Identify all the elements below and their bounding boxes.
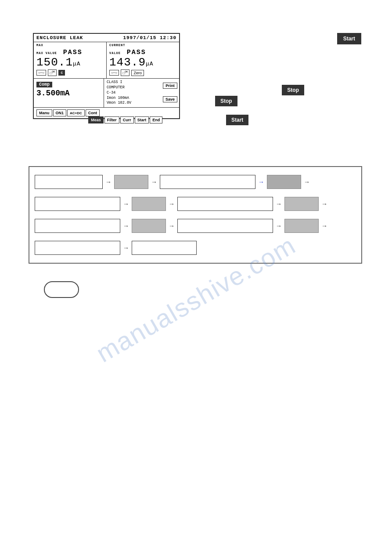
- max-icon1: ○─○: [36, 70, 46, 76]
- flow-box-2-1: [35, 197, 120, 211]
- flow-arrow-2-3: →: [276, 200, 282, 207]
- curr-icon2: □OK: [121, 69, 129, 76]
- panel-header: ENCLOSURE LEAK 1997/01/15 12:30: [34, 34, 179, 42]
- current-unit: μA: [146, 61, 154, 67]
- max-pass: PASS: [63, 49, 83, 56]
- flow-arrow-4-1: →: [123, 244, 129, 251]
- start-button-panel[interactable]: Start: [135, 116, 149, 123]
- panel-datetime: 1997/01/15 12:30: [123, 35, 176, 40]
- flow-box-1-2: [114, 175, 148, 189]
- stop-button-mid[interactable]: Stop: [215, 96, 237, 106]
- flow-box-1-1: [35, 175, 103, 189]
- flow-box-3-4: [284, 219, 319, 233]
- max-icon2: □OK: [48, 69, 57, 76]
- right-side-buttons: Print Save: [161, 79, 179, 107]
- current-reading: 143.9μA: [109, 56, 176, 69]
- flow-row-3: → → → →: [35, 219, 356, 233]
- max-value-label: MAXMAX VALUE PASS: [36, 44, 104, 56]
- flow-arrow-3-2: →: [169, 222, 175, 229]
- curr-button[interactable]: Curr: [120, 116, 134, 123]
- flow-arrow-1-4: →: [304, 178, 310, 185]
- flow-box-3-3: [177, 219, 273, 233]
- flow-arrow-3-4: →: [321, 222, 327, 229]
- flow-box-3-1: [35, 219, 120, 233]
- flow-box-1-3: [160, 175, 255, 189]
- panel-comp-row: Comp 3.500mA CLASS I COMPUTER C-34 Imon …: [34, 79, 179, 108]
- flow-row-2: → → → →: [35, 197, 356, 211]
- flow-arrow-2-4: →: [321, 200, 327, 207]
- curr-icon1: ○─○: [109, 70, 119, 76]
- flow-box-4-1: [35, 241, 120, 255]
- max-unit: μA: [73, 61, 81, 67]
- start-button-top[interactable]: Start: [337, 33, 361, 44]
- flow-arrow-3-3: →: [276, 222, 282, 229]
- max-reading: 150.1μA: [36, 56, 104, 69]
- flow-box-4-2: [132, 241, 197, 255]
- flow-box-2-2: [132, 197, 166, 211]
- flow-row-1: → → → →: [35, 175, 356, 189]
- panel-title: ENCLOSURE LEAK: [36, 35, 83, 40]
- manu-button[interactable]: Manu: [36, 109, 52, 116]
- flow-arrow-1-2: →: [151, 178, 157, 185]
- flow-box-3-2: [132, 219, 166, 233]
- flow-row-4: →: [35, 241, 356, 255]
- flow-arrow-1-1: →: [105, 178, 111, 185]
- cont-button[interactable]: Cont: [86, 109, 100, 116]
- flow-box-1-4: [267, 175, 301, 189]
- panel-values-row: MAXMAX VALUE PASS 150.1μA ○─○ □OK C CURR…: [34, 42, 179, 79]
- flow-arrow-2-2: →: [169, 200, 175, 207]
- flow-box-2-4: [284, 197, 319, 211]
- start-button-mid[interactable]: Start: [226, 115, 248, 125]
- comp-left: Comp 3.500mA: [34, 79, 104, 107]
- max-value-block: MAXMAX VALUE PASS 150.1μA ○─○ □OK C: [34, 42, 107, 78]
- comp-right: CLASS I COMPUTER C-34 Imon 100mA Vmon 10…: [104, 79, 161, 107]
- instrument-panel: ENCLOSURE LEAK 1997/01/15 12:30 MAXMAX V…: [33, 33, 180, 119]
- current-icons-row: ○─○ □OK Zero: [109, 69, 176, 77]
- save-button[interactable]: Save: [163, 96, 177, 102]
- current-value-label: CURRENTVALUE PASS: [109, 44, 176, 56]
- acdcc-button[interactable]: AC+DC: [67, 109, 85, 116]
- flow-diagram: → → → → → → → → → → → → →: [29, 166, 362, 264]
- flow-box-2-3: [177, 197, 273, 211]
- max-icons-row: ○─○ □OK C: [36, 69, 104, 77]
- class-info: CLASS I COMPUTER C-34 Imon 100mA Vmon 10…: [107, 80, 158, 106]
- flow-arrow-2-1: →: [123, 200, 129, 207]
- filter-button[interactable]: Filter: [104, 116, 119, 123]
- max-c-label: C: [58, 70, 65, 76]
- current-value-block: CURRENTVALUE PASS 143.9μA ○─○ □OK Zero: [107, 42, 179, 78]
- comp-value: 3.500mA: [36, 89, 101, 98]
- flow-arrow-3-1: →: [123, 222, 129, 229]
- flow-arrow-1-3-blue: →: [258, 178, 264, 185]
- print-button[interactable]: Print: [163, 83, 177, 89]
- on1-button[interactable]: ON1: [53, 109, 67, 116]
- panel-bottom-row: Manu ON1 AC+DC Cont Meas Filter Curr Sta…: [34, 108, 179, 118]
- comp-button[interactable]: Comp: [36, 82, 52, 87]
- end-button[interactable]: End: [150, 116, 162, 123]
- meas-button[interactable]: Meas: [88, 116, 104, 123]
- zero-button[interactable]: Zero: [131, 70, 144, 76]
- oval-button[interactable]: [44, 281, 79, 298]
- current-pass: PASS: [127, 49, 146, 56]
- stop-button-right[interactable]: Stop: [282, 85, 304, 95]
